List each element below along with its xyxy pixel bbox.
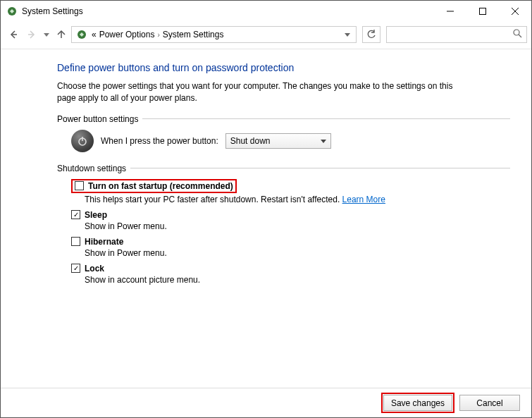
navbar: « Power Options › System Settings [1, 22, 531, 47]
app-icon [6, 6, 18, 17]
back-button[interactable] [5, 26, 22, 43]
cancel-button[interactable]: Cancel [459, 395, 520, 411]
power-button-row: When I press the power button: Shut down [71, 130, 510, 152]
group-shutdown-label: Shutdown settings [57, 164, 126, 173]
window-title: System Settings [22, 6, 83, 16]
option-fast-startup: Turn on fast startup (recommended) This … [71, 179, 510, 204]
group-power-button-label: Power button settings [57, 114, 138, 124]
group-shutdown: Shutdown settings [57, 164, 510, 173]
learn-more-link[interactable]: Learn More [342, 195, 385, 204]
checkbox-lock[interactable] [71, 264, 80, 273]
maximize-button[interactable] [466, 1, 499, 22]
power-button-select[interactable]: Shut down [225, 133, 331, 149]
window-buttons [434, 1, 531, 22]
option-lock: Lock Show in account picture menu. [71, 264, 510, 285]
refresh-button[interactable] [362, 26, 381, 43]
option-sleep-row[interactable]: Sleep [71, 210, 510, 220]
breadcrumb-item-2[interactable]: System Settings [163, 30, 224, 39]
option-sleep-title: Sleep [85, 210, 107, 220]
option-fast-startup-sub-text: This helps start your PC faster after sh… [85, 195, 342, 204]
option-lock-sub: Show in account picture menu. [85, 275, 510, 285]
breadcrumb-sep: › [157, 31, 159, 39]
option-hibernate: Hibernate Show in Power menu. [71, 237, 510, 258]
option-fast-startup-row[interactable]: Turn on fast startup (recommended) [71, 179, 237, 193]
group-power-button: Power button settings [57, 114, 510, 124]
address-bar[interactable]: « Power Options › System Settings [71, 26, 357, 43]
save-button[interactable]: Save changes [383, 395, 452, 411]
content-area: Define power buttons and turn on passwor… [1, 49, 531, 297]
option-hibernate-row[interactable]: Hibernate [71, 237, 510, 247]
power-icon [71, 130, 94, 152]
option-hibernate-title: Hibernate [85, 237, 123, 247]
page-heading: Define power buttons and turn on passwor… [57, 62, 510, 73]
page-description: Choose the power settings that you want … [57, 80, 473, 104]
option-lock-row[interactable]: Lock [71, 264, 510, 273]
footer: Save changes Cancel [1, 388, 531, 417]
chevron-down-icon [321, 137, 326, 145]
close-button[interactable] [499, 1, 531, 22]
svg-rect-2 [480, 8, 486, 15]
shutdown-options: Turn on fast startup (recommended) This … [71, 179, 510, 285]
power-button-selected: Shut down [230, 136, 271, 146]
option-sleep-sub: Show in Power menu. [85, 221, 510, 231]
address-dropdown-icon[interactable] [342, 31, 353, 38]
breadcrumb-prefix: « [92, 30, 97, 39]
minimize-button[interactable] [434, 1, 466, 22]
titlebar: System Settings [1, 1, 531, 22]
checkbox-fast-startup[interactable] [75, 181, 84, 190]
option-lock-title: Lock [85, 264, 104, 273]
up-button[interactable] [53, 26, 70, 43]
svg-line-10 [519, 35, 521, 37]
search-icon [513, 29, 522, 40]
recent-dropdown[interactable] [42, 26, 51, 43]
option-fast-startup-sub: This helps start your PC faster after sh… [85, 195, 510, 204]
checkbox-sleep[interactable] [71, 210, 80, 219]
breadcrumb-item-1[interactable]: Power Options [99, 30, 155, 39]
power-button-label: When I press the power button: [101, 136, 218, 146]
checkbox-hibernate[interactable] [71, 237, 80, 246]
option-sleep: Sleep Show in Power menu. [71, 210, 510, 231]
svg-point-9 [514, 30, 519, 35]
location-icon [75, 27, 89, 42]
option-hibernate-sub: Show in Power menu. [85, 248, 510, 258]
search-input[interactable] [386, 26, 527, 43]
forward-button[interactable] [23, 26, 40, 43]
option-fast-startup-title: Turn on fast startup (recommended) [88, 181, 233, 191]
